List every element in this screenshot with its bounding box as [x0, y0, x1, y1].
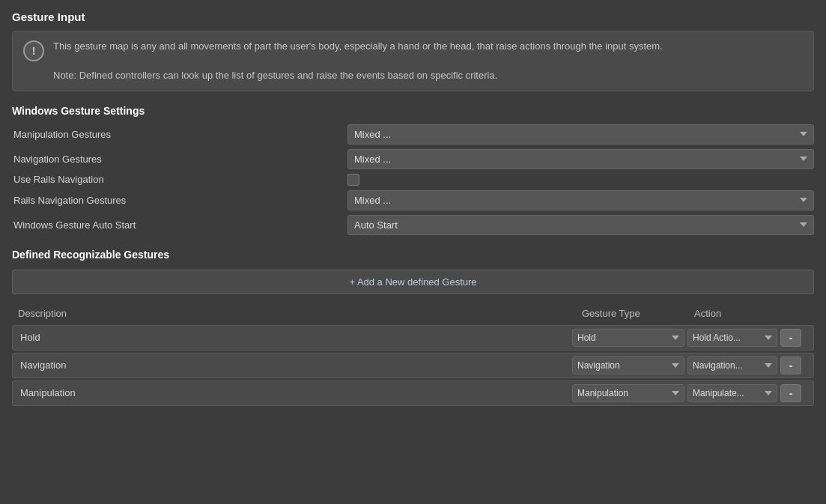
header-remove	[784, 308, 814, 319]
header-description: Description	[15, 308, 582, 319]
navigation-gestures-label: Navigation Gestures	[12, 154, 341, 165]
remove-button-hold[interactable]: -	[780, 329, 801, 347]
gesture-type-select-hold[interactable]: Hold Navigation Manipulation	[572, 329, 684, 347]
gesture-description-manipulation: Manipulation	[16, 387, 569, 398]
windows-gesture-settings-title: Windows Gesture Settings	[12, 105, 814, 117]
page-title: Gesture Input	[12, 10, 814, 23]
defined-gestures-section: Defined Recognizable Gestures + Add a Ne…	[12, 249, 814, 406]
gesture-type-select-manipulation[interactable]: Hold Navigation Manipulation	[572, 384, 684, 402]
use-rails-navigation-checkbox[interactable]	[347, 174, 359, 186]
navigation-gestures-select[interactable]: Mixed ...	[347, 149, 814, 169]
manipulation-gestures-select[interactable]: Mixed ...	[347, 124, 814, 145]
gesture-action-select-manipulation[interactable]: Manipulate...	[687, 384, 777, 402]
info-box: ! This gesture map is any and all moveme…	[12, 31, 814, 91]
main-container: Gesture Input ! This gesture map is any …	[0, 0, 826, 419]
gesture-row-hold: Hold Hold Navigation Manipulation Hold A…	[12, 325, 814, 350]
settings-grid: Manipulation Gestures Mixed ... Navigati…	[12, 124, 814, 235]
add-gesture-button[interactable]: + Add a New defined Gesture	[12, 270, 814, 294]
gesture-description-navigation: Navigation	[16, 359, 569, 371]
info-text-line1: This gesture map is any and all movement…	[53, 39, 663, 54]
rails-navigation-gestures-label: Rails Navigation Gestures	[12, 195, 341, 206]
info-text: This gesture map is any and all movement…	[53, 39, 663, 83]
remove-button-navigation[interactable]: -	[780, 356, 801, 374]
remove-button-manipulation[interactable]: -	[780, 384, 801, 402]
gesture-type-select-navigation[interactable]: Hold Navigation Manipulation	[572, 356, 684, 374]
gesture-action-select-hold[interactable]: Hold Actio...	[687, 329, 777, 347]
gesture-row-navigation: Navigation Hold Navigation Manipulation …	[12, 353, 814, 378]
use-rails-navigation-checkbox-container	[347, 174, 814, 186]
gesture-row-manipulation: Manipulation Hold Navigation Manipulatio…	[12, 380, 814, 406]
gestures-table-header: Description Gesture Type Action	[12, 305, 814, 322]
header-gesture-type: Gesture Type	[582, 308, 694, 319]
windows-gesture-auto-start-select[interactable]: Auto Start	[347, 215, 814, 235]
windows-gesture-auto-start-label: Windows Gesture Auto Start	[12, 219, 341, 231]
gesture-action-select-navigation[interactable]: Navigation...	[687, 356, 777, 374]
rails-navigation-gestures-select[interactable]: Mixed ...	[347, 190, 814, 210]
gesture-description-hold: Hold	[16, 332, 569, 343]
manipulation-gestures-label: Manipulation Gestures	[12, 129, 341, 140]
info-text-line2: Note: Defined controllers can look up th…	[53, 68, 663, 83]
header-action: Action	[694, 308, 784, 319]
use-rails-navigation-label: Use Rails Navigation	[12, 174, 341, 185]
info-icon: !	[23, 40, 44, 61]
defined-gestures-title: Defined Recognizable Gestures	[12, 249, 814, 261]
